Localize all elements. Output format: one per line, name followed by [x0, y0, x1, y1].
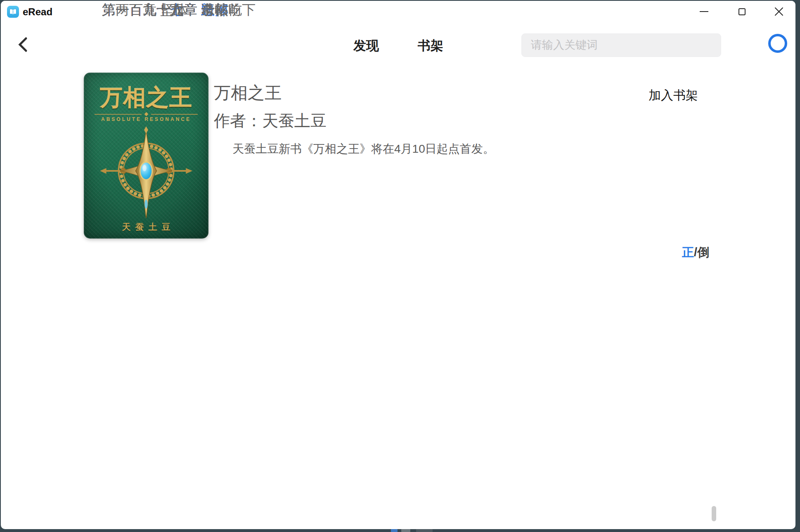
open-book-icon: [9, 9, 17, 15]
book-cover: 万相之王 ABSOLUTE RESONANCE: [84, 73, 208, 239]
tab-bookshelf[interactable]: 书架: [418, 37, 443, 54]
close-button[interactable]: [769, 2, 788, 21]
chevron-left-icon: [17, 36, 28, 53]
compass-star-emblem: [97, 125, 195, 220]
cover-subtitle: ABSOLUTE RESONANCE: [84, 116, 208, 122]
cover-divider: [95, 113, 198, 116]
scrollbar-thumb[interactable]: [712, 506, 716, 521]
cover-title: 万相之王: [84, 83, 208, 113]
book-description: 天蚕土豆新书《万相之王》将在4月10日起点首发。: [232, 141, 495, 157]
app-window: eRead 发现 书架 万相之王 ABSOLUTE RESONANCE: [1, 1, 795, 529]
close-icon: [774, 7, 783, 16]
search-input[interactable]: [521, 33, 721, 57]
sort-order-toggle[interactable]: 正/倒: [682, 244, 709, 260]
sort-separator: /: [694, 246, 697, 259]
back-button[interactable]: [14, 35, 31, 54]
avatar-button[interactable]: [768, 34, 787, 53]
taskbar-sliver: [401, 529, 410, 532]
add-to-shelf-button[interactable]: 加入书架: [649, 87, 698, 104]
book-author: 作者：天蚕土豆: [214, 111, 327, 131]
minimize-icon: [700, 11, 708, 12]
minimize-button[interactable]: [694, 2, 713, 21]
desktop-background: eRead 发现 书架 万相之王 ABSOLUTE RESONANCE: [0, 0, 800, 532]
maximize-button[interactable]: [732, 2, 751, 21]
taskbar-sliver: [416, 529, 433, 532]
tab-discover[interactable]: 发现: [353, 37, 379, 54]
sort-ascending-label[interactable]: 正: [682, 246, 694, 259]
app-logo-icon: [7, 6, 19, 18]
maximize-icon: [738, 8, 746, 15]
taskbar-sliver: [391, 529, 398, 532]
sort-descending-label[interactable]: 倒: [697, 246, 709, 259]
app-title: eRead: [23, 5, 52, 19]
book-title: 万相之王: [214, 83, 282, 103]
cover-author: 天蚕土豆: [84, 221, 208, 233]
chapter-list-item[interactable]: 第两百章 坚体: [102, 1, 187, 19]
